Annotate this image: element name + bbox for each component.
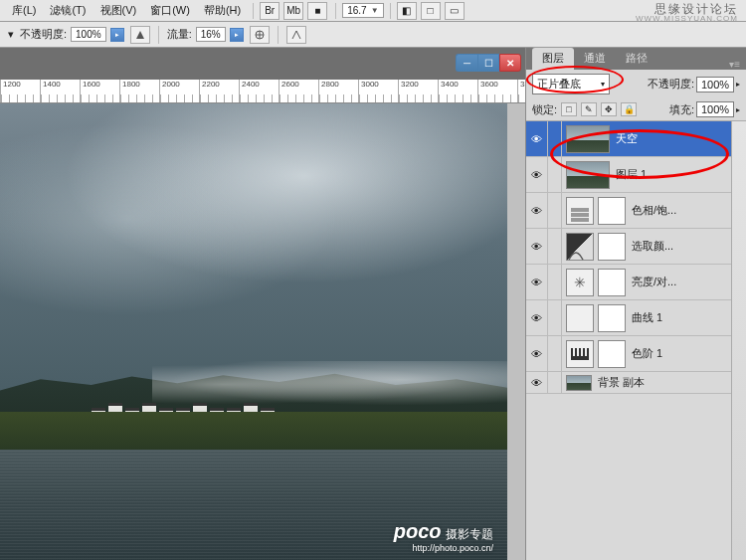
link-cell[interactable]	[548, 193, 562, 228]
blend-mode-select[interactable]: 正片叠底▾	[532, 74, 610, 94]
pressure-size-icon[interactable]	[286, 26, 306, 44]
fill-value[interactable]: 100%	[696, 101, 734, 117]
visibility-icon[interactable]: 👁	[526, 229, 548, 264]
window-controls: ─ ☐ ✕	[456, 54, 521, 72]
layer-name[interactable]: 色相/饱...	[630, 203, 732, 218]
flow-flyout[interactable]: ▸	[230, 28, 244, 42]
minibridge-button[interactable]: Mb	[283, 2, 303, 20]
layers-list: 👁 天空 👁 图层 1 👁 色相/饱... 👁	[526, 121, 746, 560]
view-extras-button[interactable]: ■	[307, 2, 327, 20]
visibility-icon[interactable]: 👁	[526, 157, 548, 192]
layer-row-levels[interactable]: 👁 色阶 1	[526, 336, 746, 372]
pressure-opacity-icon[interactable]	[130, 26, 150, 44]
link-cell[interactable]	[548, 157, 562, 192]
branding-url: WWW.MISSYUAN.COM	[636, 14, 738, 23]
layer-name[interactable]: 图层 1	[614, 167, 732, 182]
layer-row-bgcopy[interactable]: 👁 背景 副本	[526, 372, 746, 394]
menu-library[interactable]: 库(L)	[6, 1, 42, 20]
visibility-icon[interactable]: 👁	[526, 336, 548, 371]
presets-dropdown-icon[interactable]: ▾	[8, 28, 14, 41]
menu-bar: 库(L) 滤镜(T) 视图(V) 窗口(W) 帮助(H) Br Mb ■ 16.…	[0, 0, 746, 22]
layer-mask[interactable]	[598, 197, 626, 225]
tab-layers[interactable]: 图层	[532, 48, 574, 70]
lock-all-icon[interactable]: 🔒	[621, 102, 637, 116]
ruler-horizontal: 1200140016001800200022002400260028003000…	[0, 80, 525, 103]
layer-row-brightness[interactable]: 👁 亮度/对...	[526, 265, 746, 300]
separator	[158, 26, 159, 44]
tab-channels[interactable]: 通道	[574, 48, 616, 70]
lock-transparent-icon[interactable]: □	[561, 102, 577, 116]
layer-thumb[interactable]	[566, 125, 610, 153]
layer-mask[interactable]	[598, 233, 626, 261]
layer-row-selcolor[interactable]: 👁 选取颜...	[526, 229, 746, 265]
flow-label: 流量:	[167, 27, 192, 42]
layer-thumb[interactable]	[566, 375, 592, 391]
watermark: poco 摄影专题 http://photo.poco.cn/	[394, 520, 493, 553]
link-cell[interactable]	[548, 121, 562, 156]
link-cell[interactable]	[548, 300, 562, 335]
separator	[278, 26, 279, 44]
fill-label: 填充:	[669, 102, 694, 117]
visibility-icon[interactable]: 👁	[526, 265, 548, 299]
window-close[interactable]: ✕	[499, 54, 521, 72]
tab-paths[interactable]: 路径	[616, 48, 657, 70]
layer-mask[interactable]	[598, 269, 626, 296]
zoom-level[interactable]: 16.7▼	[342, 3, 383, 18]
layer-name[interactable]: 曲线 1	[630, 310, 732, 325]
panel-opacity-value[interactable]: 100%	[696, 77, 734, 93]
layer-row-curves[interactable]: 👁 曲线 1	[526, 300, 746, 336]
layer-mask[interactable]	[598, 340, 626, 368]
window-maximize[interactable]: ☐	[477, 54, 499, 72]
window-minimize[interactable]: ─	[456, 54, 477, 72]
layer-name[interactable]: 选取颜...	[630, 239, 732, 254]
lock-row: 锁定: □ ✎ ✥ 🔒 填充: 100% ▸	[526, 98, 746, 121]
document-canvas[interactable]: poco 摄影专题 http://photo.poco.cn/	[0, 103, 507, 560]
link-cell[interactable]	[548, 372, 562, 393]
layer-row-layer1[interactable]: 👁 图层 1	[526, 157, 746, 193]
adjustment-icon-levels[interactable]	[566, 340, 594, 368]
layer-row-hue[interactable]: 👁 色相/饱...	[526, 193, 746, 229]
visibility-icon[interactable]: 👁	[526, 372, 548, 393]
panel-tabs: 图层 通道 路径 ▾≡	[526, 48, 746, 70]
visibility-icon[interactable]: 👁	[526, 300, 548, 335]
blend-row: 正片叠底▾ 不透明度: 100% ▸	[526, 70, 746, 98]
menu-window[interactable]: 窗口(W)	[144, 1, 196, 20]
link-cell[interactable]	[548, 229, 562, 264]
bridge-button[interactable]: Br	[260, 2, 280, 20]
visibility-icon[interactable]: 👁	[526, 193, 548, 228]
panel-opacity-label: 不透明度:	[648, 77, 694, 92]
adjustment-icon-hue[interactable]	[566, 197, 594, 225]
layer-mask[interactable]	[598, 304, 626, 332]
layer-name[interactable]: 背景 副本	[596, 375, 732, 390]
layer-row-sky[interactable]: 👁 天空	[526, 121, 746, 157]
airbrush-icon[interactable]	[250, 26, 270, 44]
lock-position-icon[interactable]: ✥	[601, 102, 617, 116]
photo-content: poco 摄影专题 http://photo.poco.cn/	[0, 103, 507, 560]
separator	[335, 3, 336, 19]
adjustment-icon-curves[interactable]	[566, 304, 594, 332]
separator	[390, 3, 391, 19]
layers-panel: 图层 通道 路径 ▾≡ 正片叠底▾ 不透明度: 100% ▸ 锁定: □ ✎ ✥…	[525, 48, 746, 560]
panel-menu-icon[interactable]: ▾≡	[729, 59, 746, 70]
menu-help[interactable]: 帮助(H)	[198, 1, 247, 20]
layer-thumb[interactable]	[566, 161, 610, 189]
layer-name[interactable]: 亮度/对...	[630, 275, 732, 289]
layer-name[interactable]: 天空	[614, 131, 732, 146]
lock-label: 锁定:	[532, 102, 557, 117]
canvas-area: ─ ☐ ✕ 1200140016001800200022002400260028…	[0, 48, 525, 560]
screenmode-2[interactable]: □	[421, 2, 441, 20]
screenmode-1[interactable]: ◧	[397, 2, 417, 20]
flow-value[interactable]: 16%	[196, 27, 226, 42]
opacity-label: 不透明度:	[20, 27, 67, 42]
opacity-value[interactable]: 100%	[71, 27, 106, 42]
separator	[253, 3, 254, 19]
visibility-icon[interactable]: 👁	[526, 121, 548, 156]
link-cell[interactable]	[548, 265, 562, 299]
menu-filter[interactable]: 滤镜(T)	[44, 1, 92, 20]
menu-view[interactable]: 视图(V)	[94, 1, 143, 20]
screenmode-3[interactable]: ▭	[445, 2, 465, 20]
layer-name[interactable]: 色阶 1	[630, 346, 732, 361]
opacity-flyout[interactable]: ▸	[110, 28, 124, 42]
lock-pixels-icon[interactable]: ✎	[581, 102, 597, 116]
link-cell[interactable]	[548, 336, 562, 371]
